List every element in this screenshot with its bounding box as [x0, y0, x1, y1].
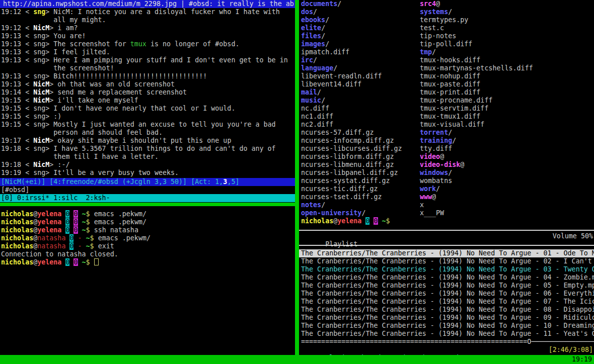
text-segment: 19:14 < — [1, 88, 33, 96]
playlist-row[interactable]: The Cranberries/The Cranberries - (1994)… — [299, 322, 594, 330]
file-entry: training/ — [420, 137, 533, 145]
file-name: test.c — [420, 24, 444, 32]
file-entry: nc.diff — [301, 105, 402, 113]
file-name: nc2.diff — [301, 121, 333, 128]
playlist-row[interactable]: The Cranberries/The Cranberries - (1994)… — [299, 306, 594, 314]
text-segment: 0 — [73, 226, 78, 234]
file-name: ncurses-libcurses.diff.gz — [301, 145, 402, 152]
playlist[interactable]: The Cranberries/The Cranberries - (1994)… — [299, 249, 594, 338]
text-segment: 19:13 < sng> Bitch!!!!!!!!!!!!!!!!!!!!!!… — [1, 72, 207, 80]
symlink-name: src4 — [420, 0, 436, 8]
text-segment: person and should feel bad. — [1, 129, 163, 136]
file-name: ncurses-libform.diff.gz — [301, 153, 394, 160]
text-segment: $ — [86, 258, 90, 266]
file-entry: ncurses-libpanel.diff.gz — [301, 169, 402, 177]
playlist-row[interactable]: The Cranberries/The Cranberries - (1994)… — [299, 290, 594, 298]
file-entry: language/ — [301, 64, 402, 72]
text-segment: yelena — [37, 226, 61, 234]
chat-line: them till I have a letter. — [1, 153, 295, 161]
playlist-row[interactable]: The Cranberries/The Cranberries - (1994)… — [299, 282, 594, 290]
progress-bar[interactable]: ========================================… — [299, 338, 594, 346]
text-segment: 19:15 < sng> Mostly I just wanted an exc… — [1, 121, 276, 128]
directory-name: files — [301, 32, 321, 40]
text-segment: natasha — [37, 234, 65, 242]
text-segment: nicholas — [1, 218, 33, 226]
text-segment: 19:15 < sng> :) — [1, 113, 61, 120]
playlist-row[interactable]: The Cranberries/The Cranberries - (1994)… — [299, 298, 594, 306]
file-name: tty.diff — [420, 145, 452, 152]
text-segment: exit — [94, 242, 114, 250]
irssi-topic-bar: http://apina.nwpshost.com/medium/m_2298.… — [0, 0, 295, 8]
shell-prompt[interactable]: nicholas@yelena 0 0 ~$ — [301, 217, 390, 225]
text-segment: > i'll take one myself — [49, 97, 138, 104]
type-suffix: / — [313, 8, 317, 16]
text-segment: 19:13 < sng> I feel jilted. — [1, 48, 110, 56]
type-suffix: / — [313, 56, 317, 64]
text-segment — [73, 234, 78, 242]
playlist-row[interactable]: The Cranberries/The Cranberries - (1994)… — [299, 257, 594, 265]
text-segment — [378, 217, 382, 225]
text-segment: [NicM(+ei)] [4:freenode/#obsd (+Jcgln 3,… — [1, 178, 223, 186]
playlist-row[interactable]: The Cranberries/The Cranberries - (1994)… — [299, 274, 594, 282]
type-suffix: / — [321, 32, 325, 40]
file-name: nc1.diff — [301, 113, 333, 120]
text-segment: 19:15 < — [1, 97, 33, 104]
file-name: tmux-print.diff — [420, 88, 480, 96]
playlist-row[interactable]: The Cranberries/The Cranberries - (1994)… — [299, 249, 594, 257]
playlist-row[interactable]: The Cranberries/The Cranberries - (1994)… — [299, 330, 594, 338]
text-segment: 0 — [374, 217, 378, 225]
irssi-input-line[interactable]: [#obsd] — [0, 186, 295, 194]
separator-line — [299, 230, 594, 231]
tmux-terminal[interactable]: http://apina.nwpshost.com/medium/m_2298.… — [0, 0, 594, 364]
text-segment: nicholas — [1, 258, 33, 266]
text-segment: yelena — [37, 258, 61, 266]
text-segment: Connection to natasha closed. — [1, 250, 118, 258]
text-segment: 0 — [73, 258, 78, 266]
tmux-status-bar[interactable]: [0] 0:ksh* 1:todo 2:todo2 3:ncmpc- 4:mut… — [0, 355, 594, 364]
type-suffix: / — [452, 137, 456, 144]
file-entry: ncurses-libcurses.diff.gz — [301, 145, 402, 153]
file-entry: images/ — [301, 40, 402, 48]
directory-name: tmp — [420, 48, 432, 56]
file-entry: ncurses-57.diff.gz — [301, 129, 402, 137]
text-segment — [82, 242, 86, 250]
text-segment — [78, 226, 82, 234]
file-entry: tmux-tmux1.diff — [420, 113, 533, 121]
file-entry: ncurses-tic.diff.gz — [301, 185, 402, 193]
track-time: [2:46/3:08] — [549, 346, 593, 354]
pane-divider-vertical[interactable] — [295, 0, 299, 355]
file-entry: irc/ — [301, 56, 402, 64]
shell-history[interactable]: nicholas@yelena 0 0 ~$ emacs .pekwm/nich… — [0, 210, 295, 266]
text-segment: emacs .pekwm/ — [90, 210, 146, 218]
file-entry: windows/ — [420, 169, 533, 177]
file-entry: wombatns — [420, 177, 533, 185]
playlist-row[interactable]: The Cranberries/The Cranberries - (1994)… — [299, 265, 594, 274]
text-segment: ~ — [382, 217, 386, 225]
text-segment: 19:13 < sng> The screenshot for — [1, 40, 130, 48]
text-segment: 0 — [73, 210, 78, 218]
type-suffix: / — [325, 40, 329, 48]
text-segment: the screenshot! — [1, 64, 114, 72]
inner-tmux-status-bar[interactable]: [0] 0:irssi* 1:silc 2:ksh- — [0, 194, 295, 202]
file-entry: x___PW — [420, 209, 533, 217]
playlist-row[interactable]: The Cranberries/The Cranberries - (1994)… — [299, 314, 594, 322]
file-entry: tmp/ — [420, 48, 533, 56]
text-segment: them till I have a letter. — [1, 153, 159, 160]
file-entry: open-university/ — [301, 209, 402, 217]
chat-line: 19:15 < NicM> i'll take one myself — [1, 97, 295, 105]
text-segment: 19:15 < sng> I don't have one nearly tha… — [1, 105, 235, 112]
file-name: ncurses-tic.diff.gz — [301, 185, 378, 193]
text-segment: - — [78, 234, 82, 242]
text-segment: ~ — [82, 258, 86, 266]
type-suffix: / — [337, 0, 341, 8]
irc-pane[interactable]: http://apina.nwpshost.com/medium/m_2298.… — [0, 0, 295, 355]
file-entry: tmux-visual.diff — [420, 121, 533, 129]
type-suffix: / — [448, 8, 452, 16]
file-entry: ebooks/ — [301, 16, 402, 24]
file-entry: tip-poll.diff — [420, 40, 533, 48]
type-suffix: @ — [436, 0, 440, 8]
shell-line: Connection to natasha closed. — [1, 250, 295, 258]
directory-name: dos — [301, 8, 313, 16]
file-and-music-pane[interactable]: documents/dos/ebooks/elite/files/images/… — [299, 0, 594, 355]
directory-name: music — [301, 97, 321, 104]
